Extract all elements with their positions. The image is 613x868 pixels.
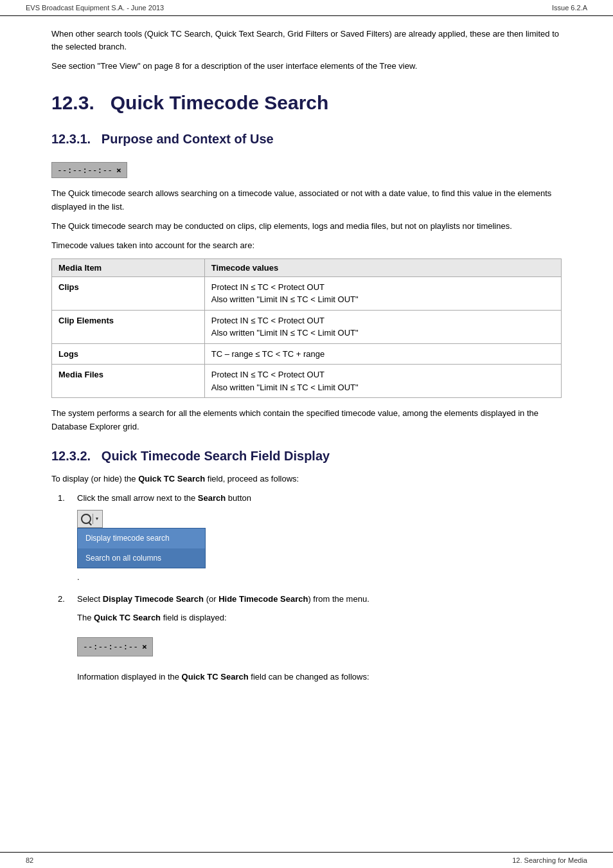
step-2-text: Select Display Timecode Search (or Hide … xyxy=(77,593,562,606)
section-12-3-2-title: 12.3.2. Quick Timecode Search Field Disp… xyxy=(51,449,562,464)
hide-tc-bold: Hide Timecode Search xyxy=(218,594,308,604)
quick-tc-search-bold1: Quick TC Search xyxy=(138,474,205,484)
timecode-display-top: --:--:--:-- xyxy=(57,165,112,175)
quick-tc-bold2: Quick TC Search xyxy=(94,613,161,622)
display-tc-bold: Display Timecode Search xyxy=(103,594,204,604)
table-row: Clip ElementsProtect IN ≤ TC < Protect O… xyxy=(52,310,562,343)
step-1-text: Click the small arrow next to the Search… xyxy=(77,492,562,505)
timecode-close-bottom[interactable]: × xyxy=(142,640,147,653)
step-2-num: 2. xyxy=(58,593,71,690)
purpose-body4: The system performs a search for all the… xyxy=(51,407,562,433)
field-display-intro: To display (or hide) the Quick TC Search… xyxy=(51,473,562,485)
table-header-media-item: Media Item xyxy=(52,258,205,276)
footer-right: 12. Searching for Media xyxy=(512,856,587,864)
table-cell-media-item: Clips xyxy=(52,276,205,310)
table-cell-timecode-values: Protect IN ≤ TC < Protect OUTAlso writte… xyxy=(204,365,561,398)
table-cell-timecode-values: TC – range ≤ TC < TC + range xyxy=(204,343,561,365)
search-dropdown-wrapper: Display timecode search Search on all co… xyxy=(77,510,562,568)
table-cell-media-item: Media Files xyxy=(52,365,205,398)
step-2: 2. Select Display Timecode Search (or Hi… xyxy=(58,593,562,690)
timecode-widget-top[interactable]: --:--:--:-- × xyxy=(51,162,127,178)
intro-para2: See section "Tree View" on page 8 for a … xyxy=(51,60,562,73)
timecode-table: Media Item Timecode values ClipsProtect … xyxy=(51,258,562,399)
dropdown-arrow-icon[interactable] xyxy=(93,514,99,524)
search-bold: Search xyxy=(198,493,226,503)
header-left: EVS Broadcast Equipment S.A. - June 2013 xyxy=(26,4,164,12)
timecode-widget-bottom[interactable]: --:--:--:-- × xyxy=(77,637,153,656)
quick-tc-bold3: Quick TC Search xyxy=(182,672,249,682)
table-cell-media-item: Clip Elements xyxy=(52,310,205,343)
timecode-display-bottom: --:--:--:-- xyxy=(83,640,138,653)
timecode-close-top[interactable]: × xyxy=(116,165,121,175)
section-12-3-1-title: 12.3.1. Purpose and Context of Use xyxy=(51,132,562,147)
table-cell-timecode-values: Protect IN ≤ TC < Protect OUTAlso writte… xyxy=(204,276,561,310)
table-header-timecode-values: Timecode values xyxy=(204,258,561,276)
step-1-period: . xyxy=(77,571,562,584)
menu-item-search-all-columns[interactable]: Search on all columns xyxy=(78,548,205,568)
table-cell-timecode-values: Protect IN ≤ TC < Protect OUTAlso writte… xyxy=(204,310,561,343)
purpose-body3: Timecode values taken into account for t… xyxy=(51,239,562,252)
search-button-mock[interactable] xyxy=(77,510,103,528)
search-icon xyxy=(81,514,91,524)
step-2-sub: The Quick TC Search field is displayed: xyxy=(77,611,562,624)
purpose-body1: The Quick timecode search allows searchi… xyxy=(51,187,562,213)
step-1-num: 1. xyxy=(58,492,71,584)
dropdown-combo xyxy=(77,510,562,528)
step-2-content: Select Display Timecode Search (or Hide … xyxy=(77,593,562,690)
footer-left: 82 xyxy=(26,856,33,864)
page-footer: 82 12. Searching for Media xyxy=(0,852,613,868)
section-12-3-title: 12.3. Quick Timecode Search xyxy=(51,92,562,116)
purpose-body2: The Quick timecode search may be conduct… xyxy=(51,220,562,233)
step-2-after: Information displayed in the Quick TC Se… xyxy=(77,671,562,683)
header-right: Issue 6.2.A xyxy=(552,4,587,12)
table-row: Media FilesProtect IN ≤ TC < Protect OUT… xyxy=(52,365,562,398)
page-content: When other search tools (Quick TC Search… xyxy=(0,28,613,725)
step-1: 1. Click the small arrow next to the Sea… xyxy=(58,492,562,584)
intro-para1: When other search tools (Quick TC Search… xyxy=(51,28,562,53)
steps-list: 1. Click the small arrow next to the Sea… xyxy=(58,492,562,690)
table-cell-media-item: Logs xyxy=(52,343,205,365)
page-header: EVS Broadcast Equipment S.A. - June 2013… xyxy=(0,0,613,16)
table-row: ClipsProtect IN ≤ TC < Protect OUTAlso w… xyxy=(52,276,562,310)
table-row: LogsTC – range ≤ TC < TC + range xyxy=(52,343,562,365)
step-1-content: Click the small arrow next to the Search… xyxy=(77,492,562,584)
menu-item-display-timecode[interactable]: Display timecode search xyxy=(78,529,205,548)
dropdown-menu: Display timecode search Search on all co… xyxy=(77,528,206,568)
